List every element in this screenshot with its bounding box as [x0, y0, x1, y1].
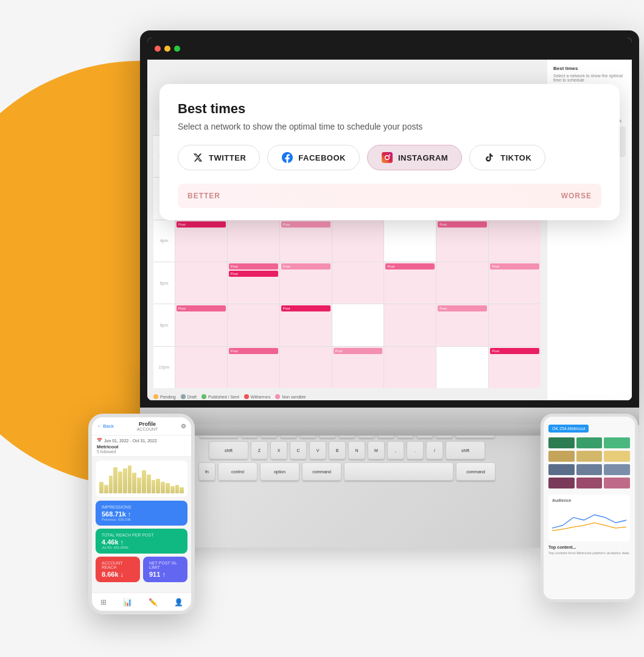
nav-profile-icon[interactable]: 👤 [174, 598, 183, 607]
cal-cell-5-2[interactable] [228, 304, 279, 346]
swatch-purple-dark [548, 478, 575, 488]
modal-title: Best times [178, 101, 601, 117]
bar-4 [113, 467, 117, 493]
traffic-light-green[interactable] [174, 46, 180, 52]
swatch-row-4 [548, 478, 630, 488]
phone-stats: IMPRESSIONS 568.71k ↑ Previous: 535.03k … [92, 501, 191, 582]
cal-cell-3-5[interactable] [384, 220, 436, 262]
right-phone-text-section: Top content... Top content from Metricoo… [548, 545, 630, 555]
cal-cell-6-1[interactable] [175, 347, 227, 388]
cal-cell-5-1[interactable]: Post [175, 304, 227, 346]
modal-subtitle: Select a network to show the optimal tim… [178, 122, 601, 131]
phone-date-range: 📅 Jun 01, 2022 - Oct 31, 2022 [97, 438, 186, 443]
cal-cell-3-4[interactable] [332, 220, 384, 262]
stat-net-post-value: 911 ↑ [149, 571, 181, 578]
cal-cell-5-6[interactable]: Post [436, 304, 488, 346]
cal-time-6pm: 6pm [153, 262, 175, 304]
phone-settings-icon[interactable]: ⚙ [181, 423, 186, 429]
cal-cell-4-3[interactable]: Post [280, 262, 332, 304]
swatch-gold-light [604, 451, 630, 462]
cal-cell-3-3[interactable]: Post [280, 220, 332, 262]
tiktok-icon [483, 151, 495, 164]
facebook-network-button[interactable]: FACEBOOK [267, 145, 360, 170]
bar-6 [123, 468, 127, 493]
phone-date-area: 📅 Jun 01, 2022 - Oct 31, 2022 Metricool … [92, 436, 191, 457]
cal-cell-6-5[interactable] [384, 347, 436, 388]
phone-back-button[interactable]: ← Back [97, 423, 114, 429]
legend-published-dot [201, 394, 206, 399]
phone-username: Metricool [97, 444, 186, 450]
nav-post-icon[interactable]: ✏️ [149, 598, 158, 607]
right-phone: OK 254-Metricool [541, 414, 638, 602]
legend-witherrors: Witherrors [244, 394, 270, 399]
cal-cell-4-6[interactable] [436, 262, 488, 304]
legend-nonsendable-dot [275, 394, 280, 399]
chart-bars [99, 464, 184, 493]
phone-profile-title: Profile [137, 421, 158, 427]
nav-analytics-icon[interactable]: 📊 [123, 598, 132, 607]
bar-14 [161, 482, 165, 493]
traffic-light-yellow[interactable] [164, 46, 170, 52]
bar-12 [152, 480, 156, 493]
stat-reach[interactable]: TOTAL REACH PER POST 4.46k ↑ Jul 80: 481… [96, 529, 187, 554]
cal-cell-4-4[interactable] [332, 262, 384, 304]
cal-cell-5-5[interactable] [384, 304, 436, 346]
cal-cell-3-1[interactable]: Post [175, 220, 227, 262]
svg-rect-0 [382, 152, 393, 163]
stat-account-reach[interactable]: ACCOUNT REACH 8.66k ↓ [96, 557, 140, 582]
bar-16 [170, 486, 175, 493]
instagram-network-button[interactable]: INSTAGRAM [367, 145, 462, 170]
stat-net-post[interactable]: NET POST IN-LIMIT 911 ↑ [143, 557, 187, 582]
bar-18 [180, 487, 184, 493]
sidebar-best-times-sub: Select a network to show the optimal tim… [553, 74, 626, 82]
cal-cell-6-6[interactable] [436, 347, 488, 388]
swatch-green-dark [548, 437, 575, 448]
bar-2 [104, 485, 108, 493]
stat-impressions-sub: Previous: 535.03k [102, 518, 181, 521]
cal-cell-3-7[interactable] [489, 220, 541, 262]
stat-bottom-row: ACCOUNT REACH 8.66k ↓ NET POST IN-LIMIT … [96, 557, 187, 582]
bar-17 [175, 485, 180, 493]
best-times-modal: Best times Select a network to show the … [159, 84, 620, 220]
swatch-blue-dark [548, 464, 575, 475]
stat-reach-sub: Jul 80: 481,085k [102, 546, 181, 549]
cal-cell-6-3[interactable] [280, 347, 332, 388]
facebook-icon [281, 151, 293, 164]
legend-witherrors-dot [244, 394, 249, 399]
cal-cell-4-7[interactable]: Post [489, 262, 541, 304]
bar-8 [132, 473, 136, 493]
twitter-network-button[interactable]: TWITTER [178, 145, 260, 170]
cal-time-8pm: 8pm [153, 304, 175, 346]
stat-account-reach-label: ACCOUNT REACH [102, 561, 134, 569]
cal-cell-6-4[interactable]: Post [332, 347, 384, 388]
worse-label: WORSE [561, 192, 592, 200]
cal-cell-5-3[interactable]: Post [280, 304, 332, 346]
color-swatches [548, 437, 630, 488]
swatch-row-2 [548, 451, 630, 462]
cal-cell-6-7[interactable]: Post [489, 347, 541, 388]
cal-cell-4-1[interactable] [175, 262, 227, 304]
cal-cell-6-2[interactable]: Post [228, 347, 279, 388]
cal-cell-4-5[interactable]: Post [384, 262, 436, 304]
swatch-green-mid [576, 437, 603, 448]
stat-account-reach-value: 8.66k ↓ [102, 571, 134, 578]
swatch-gold-mid [576, 451, 603, 462]
traffic-light-red[interactable] [155, 46, 161, 52]
cal-cell-5-7[interactable] [489, 304, 541, 346]
nav-home-icon[interactable]: ⊞ [100, 598, 107, 607]
right-phone-chart-area: Audience [548, 495, 630, 541]
instagram-icon [381, 151, 393, 164]
right-phone-chart-title: Audience [552, 498, 626, 502]
cal-cell-3-2[interactable] [228, 220, 279, 262]
stat-reach-value: 4.46k ↑ [102, 538, 181, 546]
tiktok-network-button[interactable]: TIKTOK [469, 145, 545, 170]
stat-impressions-label: IMPRESSIONS [102, 505, 181, 509]
cal-cell-4-2[interactable]: Post Post [228, 262, 279, 304]
cal-cell-3-6[interactable]: Post [436, 220, 488, 262]
screen-content-area: Mon Tue Wed Thu Fri Sat Sun 12pm Post [147, 60, 632, 400]
cal-cell-5-4[interactable] [332, 304, 384, 346]
legend-nonsendable: Non sendble [275, 394, 306, 399]
stat-net-post-label: NET POST IN-LIMIT [149, 561, 181, 569]
twitter-button-label: TWITTER [209, 153, 246, 162]
stat-impressions[interactable]: IMPRESSIONS 568.71k ↑ Previous: 535.03k [96, 501, 187, 526]
